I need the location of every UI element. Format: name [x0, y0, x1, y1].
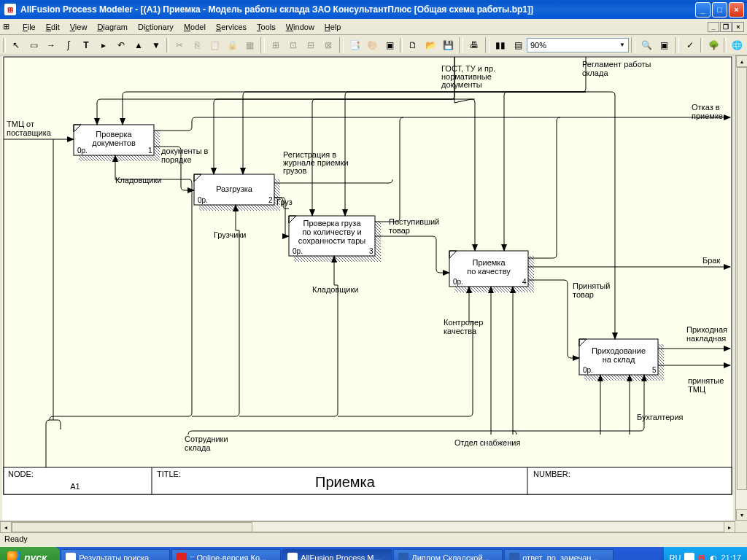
menu-diagram[interactable]: Diagram [92, 21, 133, 33]
svg-text:Отдел снабжения: Отдел снабжения [454, 438, 520, 447]
scroll-down-button[interactable]: ▾ [736, 509, 747, 521]
language-indicator[interactable]: RU [670, 553, 681, 560]
browser-button[interactable]: 🌐 [729, 37, 745, 53]
svg-text:склада: склада [185, 443, 211, 452]
system-tray[interactable]: RU ⛨ ◐ 21:17 [664, 547, 747, 560]
svg-text:1: 1 [148, 147, 152, 155]
mdi-close-button[interactable]: × [732, 22, 744, 32]
start-button[interactable]: пуск [0, 547, 60, 560]
taskbar-item-2[interactable]: AllFusion Process M... [282, 549, 392, 560]
svg-text:Грузчики: Грузчики [214, 230, 246, 239]
tool-c[interactable]: ⊟ [303, 37, 319, 53]
tray-icon-2[interactable]: ◐ [710, 553, 717, 561]
svg-text:ТМЦ от: ТМЦ от [7, 120, 34, 128]
arrow-tool[interactable]: → [43, 37, 59, 53]
undo-tool[interactable]: ↶ [113, 37, 129, 53]
tool-b[interactable]: ⊡ [285, 37, 301, 53]
text-tool[interactable]: T [78, 37, 94, 53]
svg-rect-9 [294, 256, 380, 262]
mdi-minimize-button[interactable]: _ [708, 22, 719, 32]
svg-text:Поступивший: Поступивший [389, 217, 439, 226]
scroll-right-button[interactable]: ▸ [724, 521, 735, 532]
svg-text:Принятый: Принятый [573, 281, 610, 290]
svg-text:склада: склада [582, 69, 608, 77]
zoom-in-button[interactable]: 🔍 [638, 37, 654, 53]
svg-text:ТМЦ: ТМЦ [688, 385, 705, 394]
zoom-combo[interactable]: 90%▼ [527, 38, 629, 52]
spellcheck-button[interactable]: ✓ [682, 37, 698, 53]
window-close-button[interactable]: × [729, 2, 744, 18]
taskbar-item-3[interactable]: Диплом Складской... [393, 549, 503, 560]
model-explorer-button[interactable]: 🌳 [705, 37, 721, 53]
svg-text:по количеству и: по количеству и [302, 228, 361, 236]
clock[interactable]: 21:17 [721, 553, 741, 560]
menu-help[interactable]: Help [320, 21, 347, 33]
lock-button[interactable]: 🔒 [224, 37, 240, 53]
palette-button[interactable]: 🎨 [364, 37, 380, 53]
svg-text:Груз: Груз [276, 198, 293, 206]
scroll-up-button[interactable]: ▴ [736, 55, 747, 67]
print-button[interactable]: 🖶 [466, 37, 482, 53]
scroll-thumb-v[interactable] [737, 67, 747, 490]
svg-text:Приходование: Приходование [592, 346, 646, 355]
dictionary-button[interactable]: 📑 [347, 37, 363, 53]
taskbar-item-1[interactable]: :: Online-версия Ко... [171, 549, 281, 560]
copy-button[interactable]: ⎘ [189, 37, 205, 53]
svg-text:товар: товар [573, 290, 594, 299]
svg-text:документы: документы [441, 80, 482, 89]
tool-e[interactable]: ▣ [382, 37, 398, 53]
go-down-tool[interactable]: ▼ [148, 37, 164, 53]
status-text: Ready [4, 534, 28, 543]
idef0-diagram[interactable]: NODE: A1 TITLE: Приемка NUMBER: Проверка… [2, 55, 733, 521]
cut-button[interactable]: ✂ [171, 37, 187, 53]
form-button[interactable]: ▤ [510, 37, 526, 53]
horizontal-scrollbar[interactable]: ◂ ▸ [0, 521, 735, 532]
menu-services[interactable]: Services [211, 21, 252, 33]
goto-parent-tool[interactable]: ▸ [96, 37, 112, 53]
tool-d[interactable]: ⊠ [320, 37, 336, 53]
menu-view[interactable]: View [65, 21, 93, 33]
avira-icon[interactable]: ⛨ [698, 553, 706, 560]
svg-text:0р.: 0р. [198, 196, 208, 204]
svg-text:поставщика: поставщика [7, 128, 52, 137]
svg-text:качества: качества [444, 327, 477, 335]
menu-edit[interactable]: Edit [41, 21, 65, 33]
paste-button[interactable]: 📋 [206, 37, 222, 53]
window-minimize-button[interactable]: _ [695, 2, 711, 18]
svg-text:накладная: накладная [686, 334, 726, 343]
taskbar-item-4[interactable]: ответ_по_замечан... [504, 549, 614, 560]
svg-text:Приемка: Приемка [472, 258, 506, 267]
mdi-icon: ⊞ [3, 22, 13, 32]
svg-text:Проверка груза: Проверка груза [303, 219, 362, 228]
menu-model[interactable]: Model [179, 21, 211, 33]
report-button[interactable]: ▦ [241, 37, 258, 53]
taskbar-item-0[interactable]: Результаты поиска [61, 549, 170, 560]
go-up-tool[interactable]: ▲ [131, 37, 147, 53]
box-tool[interactable]: ▭ [26, 37, 42, 53]
save-button[interactable]: 💾 [440, 37, 456, 53]
menu-window[interactable]: Window [281, 21, 320, 33]
window-maximize-button[interactable]: □ [712, 2, 727, 18]
mdi-restore-button[interactable]: ❐ [720, 22, 732, 32]
node-value: A1 [70, 482, 80, 491]
vertical-scrollbar[interactable]: ▴ ▾ [735, 55, 747, 521]
svg-rect-5 [79, 155, 159, 161]
flag-button[interactable]: ▮▮ [492, 37, 508, 53]
svg-text:Регламент работы: Регламент работы [582, 60, 651, 69]
new-button[interactable]: 🗋 [405, 37, 421, 53]
pointer-tool[interactable]: ↖ [8, 37, 24, 53]
zoom-fit-button[interactable]: ▣ [656, 37, 672, 53]
tool-a[interactable]: ⊞ [268, 37, 284, 53]
scroll-left-button[interactable]: ◂ [0, 521, 12, 532]
scroll-thumb-h[interactable] [12, 522, 252, 532]
tray-icon[interactable] [684, 553, 694, 560]
menu-file[interactable]: File [18, 21, 41, 33]
svg-rect-14 [658, 344, 664, 381]
svg-text:Отказ в: Отказ в [692, 103, 720, 112]
menu-dictionary[interactable]: Dictionary [133, 21, 179, 33]
svg-text:грузов: грузов [283, 166, 307, 175]
menubar: ⊞ File Edit View Diagram Dictionary Mode… [0, 19, 747, 35]
menu-tools[interactable]: Tools [252, 21, 281, 33]
squiggle-tool[interactable]: ʃ [61, 37, 77, 53]
open-button[interactable]: 📂 [422, 37, 438, 53]
